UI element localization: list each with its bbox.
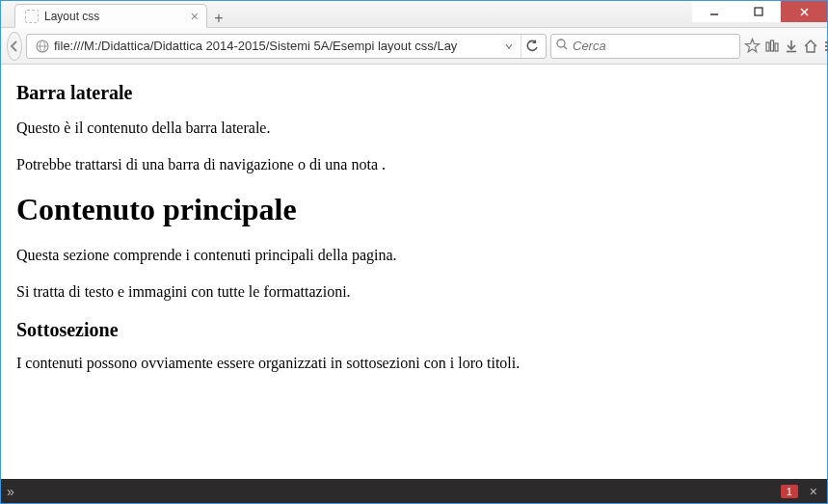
aside-paragraph-2: Potrebbe trattarsi di una barra di navig… (16, 154, 812, 175)
page-identity-icon[interactable] (35, 39, 50, 54)
tab-title: Layout css (44, 10, 185, 23)
page-content: Barra laterale Questo è il contenuto del… (1, 65, 827, 479)
browser-tab[interactable]: Layout css × (14, 4, 207, 28)
url-history-dropdown[interactable] (501, 42, 517, 50)
search-icon (555, 38, 569, 55)
svg-rect-11 (775, 43, 778, 51)
address-bar[interactable] (26, 34, 547, 59)
svg-rect-1 (755, 8, 762, 15)
svg-rect-10 (771, 40, 774, 51)
nav-toolbar (1, 28, 827, 65)
aside-heading: Barra laterale (16, 82, 812, 104)
subsection-heading: Sottosezione (16, 319, 812, 341)
bookmark-star-button[interactable] (744, 33, 761, 60)
main-paragraph-1: Questa sezione comprende i contenuti pri… (16, 245, 812, 266)
devtools-bar: » 1 × (1, 479, 827, 503)
subsection-paragraph-1: I contenuti possono ovviamente essere or… (16, 353, 812, 374)
svg-rect-9 (766, 42, 769, 51)
back-button[interactable] (7, 32, 22, 61)
devtools-close-button[interactable]: × (806, 484, 821, 499)
search-bar[interactable] (550, 34, 740, 59)
window-buttons (692, 1, 827, 22)
library-button[interactable] (764, 33, 780, 60)
aside-paragraph-1: Questo è il contenuto della barra latera… (16, 118, 812, 139)
reload-button[interactable] (521, 35, 542, 58)
home-button[interactable] (803, 33, 818, 60)
error-count-badge[interactable]: 1 (781, 485, 798, 498)
favicon-placeholder-icon (25, 10, 39, 23)
svg-line-8 (564, 46, 567, 49)
titlebar: Layout css × + (1, 1, 827, 28)
search-input[interactable] (573, 39, 735, 53)
window-maximize-button[interactable] (736, 1, 781, 22)
main-heading: Contenuto principale (16, 192, 812, 227)
window-close-button[interactable] (781, 1, 827, 22)
main-paragraph-2: Si tratta di testo e immagini con tutte … (16, 281, 812, 303)
downloads-button[interactable] (784, 33, 799, 60)
url-input[interactable] (54, 39, 501, 53)
menu-button[interactable] (822, 33, 828, 60)
window-minimize-button[interactable] (692, 1, 736, 22)
browser-window: Layout css × + (0, 0, 828, 504)
tab-close-button[interactable]: × (191, 9, 199, 24)
svg-point-7 (557, 40, 565, 47)
devtools-expand-button[interactable]: » (7, 484, 14, 499)
new-tab-button[interactable]: + (207, 10, 230, 27)
